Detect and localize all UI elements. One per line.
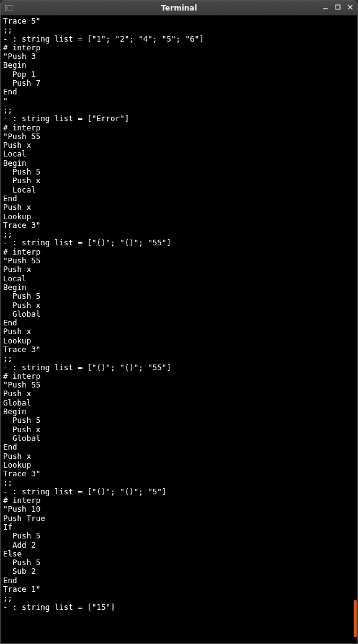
window-controls [321,4,354,11]
terminal-text: Trace 5" ;; - : string list = ["1"; "2";… [3,16,204,612]
terminal-window: Terminal Trace 5" ;; - : string list = [… [0,0,358,644]
scrollbar-thumb[interactable] [354,600,357,637]
titlebar[interactable]: Terminal [1,1,357,16]
maximize-button[interactable] [334,4,341,11]
terminal-output[interactable]: Trace 5" ;; - : string list = ["1"; "2";… [1,16,357,643]
minimize-button[interactable] [321,4,329,11]
svg-rect-2 [336,5,340,9]
close-button[interactable] [346,4,354,11]
svg-rect-0 [5,5,12,11]
app-icon [4,4,13,12]
window-title: Terminal [1,4,357,12]
